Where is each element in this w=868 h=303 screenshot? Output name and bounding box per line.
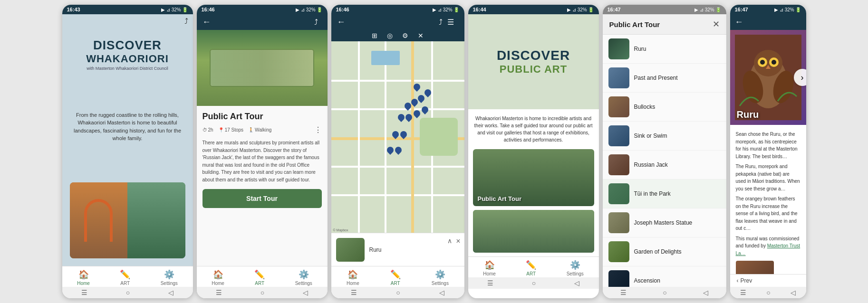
sys-menu-s4[interactable]: ☰ <box>487 279 493 287</box>
map-marker-9[interactable] <box>422 106 428 115</box>
back-button-s2[interactable]: ← <box>203 17 211 27</box>
sys-back-s4[interactable]: ◁ <box>574 279 579 287</box>
nav-settings-s1[interactable]: ⚙️ Settings <box>161 269 178 286</box>
bottom-nav-s4: 🏠 Home ✏️ ART ⚙️ Settings <box>468 256 599 277</box>
sys-home-s4[interactable]: ○ <box>532 279 536 287</box>
svg-point-5 <box>760 60 765 65</box>
expand-icon-s3[interactable]: ∧ <box>447 237 452 245</box>
thumb-russ <box>608 154 629 175</box>
sys-menu-s3[interactable]: ☰ <box>351 289 357 296</box>
sys-home-s2[interactable]: ○ <box>260 289 264 296</box>
home-label-s2: Home <box>212 281 224 286</box>
map-marker-4[interactable] <box>418 95 424 104</box>
list-item-tui[interactable]: Tūi in the Park <box>603 180 726 208</box>
nav-art-s1[interactable]: ✏️ ART <box>120 269 130 286</box>
list-item-sink[interactable]: Sink or Swim <box>603 122 726 151</box>
marker-head-10 <box>391 130 400 140</box>
map-marker-6[interactable] <box>398 114 405 123</box>
sys-menu-s1[interactable]: ☰ <box>81 289 87 296</box>
map-marker-13[interactable] <box>395 147 402 155</box>
sys-back-s2[interactable]: ◁ <box>303 289 308 296</box>
ruru-art-svg <box>735 35 801 120</box>
map-marker-7[interactable] <box>405 114 412 123</box>
bottom-nav-s2: 🏠 Home ✏️ ART ⚙️ Settings <box>197 266 328 287</box>
list-item-jos[interactable]: Joseph Masters Statue <box>603 208 726 237</box>
sys-bar-s4: ☰ ○ ◁ <box>468 277 599 289</box>
map-marker-1[interactable] <box>414 84 420 92</box>
marker-head-6 <box>396 113 406 122</box>
nav-art-s3[interactable]: ✏️ ART <box>390 269 401 286</box>
nav-settings-s2[interactable]: ⚙️ Settings <box>295 269 312 286</box>
status-time-s2: 16:46 <box>202 7 215 12</box>
share-icon-s3[interactable]: ⤴ <box>439 18 443 27</box>
more-icon-s2[interactable]: ⋮ <box>314 125 322 134</box>
sys-back-s1[interactable]: ◁ <box>168 289 174 296</box>
start-tour-button[interactable]: Start Tour <box>203 189 322 208</box>
map-marker-8[interactable] <box>414 110 420 119</box>
nav-home-s2[interactable]: 🏠 Home <box>212 269 224 286</box>
sys-menu-s2[interactable]: ☰ <box>216 289 222 296</box>
settings-icon-s3[interactable]: ⚙ <box>402 32 408 39</box>
location-icon-s3[interactable]: ◎ <box>387 32 393 39</box>
layers-icon-s3[interactable]: ⊞ <box>372 32 377 39</box>
share-icon-s1[interactable]: ⤴ <box>184 17 188 26</box>
nav-art-s2[interactable]: ✏️ ART <box>254 269 265 286</box>
s6-text-p1: Sean chose the Ruru, or the morepork, as… <box>736 131 800 160</box>
share-icon-s2[interactable]: ⤴ <box>314 18 318 27</box>
nav-home-s1[interactable]: 🏠 Home <box>77 269 90 286</box>
sys-bar-s2: ☰ ○ ◁ <box>197 287 328 298</box>
s4-gallery-image <box>473 210 594 253</box>
map-marker-11[interactable] <box>400 131 407 140</box>
nav-art-s4[interactable]: ✏️ ART <box>526 260 536 276</box>
park-area <box>420 118 458 156</box>
sys-home-s1[interactable]: ○ <box>126 289 130 296</box>
s5-list-header: Public Art Tour ✕ <box>603 14 726 35</box>
mapbox-attribution: © Mapbox <box>333 228 348 232</box>
s2-tour-title: Public Art Tour <box>203 112 322 122</box>
nav-home-s4[interactable]: 🏠 Home <box>483 260 496 276</box>
thumb-asc <box>608 270 629 287</box>
settings-label-s3: Settings <box>432 281 449 286</box>
sys-back-s3[interactable]: ◁ <box>439 289 444 296</box>
list-item-gard[interactable]: Garden of Delights <box>603 237 726 266</box>
map-marker-5[interactable] <box>424 89 431 98</box>
map-marker-10[interactable] <box>392 131 399 140</box>
list-item-asc[interactable]: Ascension <box>603 266 726 287</box>
map-marker-12[interactable] <box>387 147 394 155</box>
list-item-ruru[interactable]: Ruru <box>603 35 726 64</box>
sys-bar-s1: ☰ ○ ◁ <box>62 287 193 298</box>
back-button-s6[interactable]: ← <box>735 17 743 27</box>
sys-home-s5[interactable]: ○ <box>663 289 666 296</box>
status-bar-s2: 16:46 ▶ ⊿ 32% 🔋 <box>197 5 328 14</box>
s1-photo-left <box>70 182 128 258</box>
close-list-button[interactable]: ✕ <box>713 19 720 29</box>
map-marker-3[interactable] <box>411 99 418 107</box>
back-button-s3[interactable]: ← <box>337 17 346 27</box>
marker-head-8 <box>412 109 422 118</box>
map-marker-2[interactable] <box>405 103 411 111</box>
nav-settings-s3[interactable]: ⚙️ Settings <box>432 269 449 286</box>
status-time-s1: 16:43 <box>67 7 80 12</box>
close-icon-s3[interactable]: ✕ <box>418 32 424 39</box>
road-h1 <box>331 80 464 82</box>
close-strip-s3[interactable]: × <box>456 237 460 246</box>
list-item-past[interactable]: Past and Present <box>603 64 726 93</box>
sys-back-s5[interactable]: ◁ <box>703 289 708 296</box>
status-bar-s5: 16:47 ▶ ⊿ 32% 🔋 <box>603 5 726 14</box>
s1-main-content: DISCOVER WHAKAORIORI with Masterton Whak… <box>62 28 193 266</box>
home-label-s4: Home <box>483 271 496 276</box>
menu-icon-s3[interactable]: ☰ <box>447 18 454 27</box>
list-item-russ[interactable]: Russian Jack <box>603 151 726 180</box>
sys-menu-s6[interactable]: ☰ <box>740 289 746 296</box>
s3-map-area[interactable]: © Mapbox <box>331 41 464 233</box>
sys-back-s6[interactable]: ◁ <box>791 289 796 296</box>
logo-name: WHAKAORIORI <box>86 53 169 65</box>
nav-settings-s4[interactable]: ⚙️ Settings <box>567 260 584 276</box>
sys-home-s6[interactable]: ○ <box>766 289 770 296</box>
nav-home-s3[interactable]: 🏠 Home <box>347 269 359 286</box>
sys-menu-s5[interactable]: ☰ <box>620 289 627 296</box>
list-item-bull[interactable]: Bullocks <box>603 93 726 122</box>
sys-home-s3[interactable]: ○ <box>396 289 400 296</box>
marker-head-1 <box>412 82 422 92</box>
prev-button-s6[interactable]: ‹ Prev <box>737 277 752 284</box>
